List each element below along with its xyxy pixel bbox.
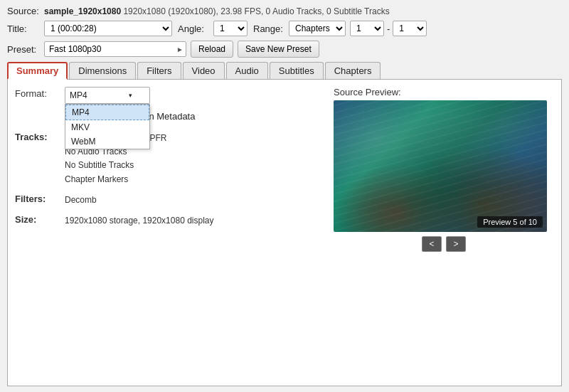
format-row: Format: MP4 ▾ MP4 MKV WebM: [15, 87, 326, 104]
tabs-row: Summary Dimensions Filters Video Audio S…: [7, 62, 562, 80]
source-info: sample_1920x1080 1920x1080 (1920x1080), …: [44, 6, 390, 16]
angle-select[interactable]: 1: [213, 21, 248, 36]
range-to-select[interactable]: 1: [393, 21, 427, 36]
format-option-webm[interactable]: WebM: [65, 134, 149, 149]
filters-label: Filters:: [15, 194, 65, 204]
format-dropdown-menu: MP4 MKV WebM: [65, 104, 150, 149]
right-panel: Source Preview: Preview 5 of 10 < >: [334, 87, 554, 378]
size-label: Size:: [15, 214, 65, 225]
range-label: Range:: [253, 23, 286, 34]
title-select[interactable]: 1 (00:00:28): [44, 21, 172, 36]
preview-next-button[interactable]: >: [446, 236, 466, 252]
tab-subtitles[interactable]: Subtitles: [270, 62, 324, 79]
preview-prev-button[interactable]: <: [422, 236, 442, 252]
filters-row: Filters: Decomb: [15, 194, 326, 207]
preview-image: Preview 5 of 10: [334, 100, 547, 232]
preview-label: Source Preview:: [334, 87, 554, 97]
size-value: 1920x1080 storage, 1920x1080 display: [65, 214, 214, 228]
tab-filters[interactable]: Filters: [137, 62, 181, 79]
tracks-label: Tracks:: [15, 132, 65, 142]
preset-input-wrap: ►: [44, 41, 186, 57]
tracks-row: Tracks: H.264 (x264), 30 FPS PFR No Audi…: [15, 132, 326, 186]
size-values: 1920x1080 storage, 1920x1080 display: [65, 214, 214, 228]
format-select-button[interactable]: MP4 ▾: [65, 87, 150, 104]
range-dash: -: [387, 23, 390, 34]
source-label: Source:: [7, 6, 40, 16]
range-select[interactable]: Chapters: [289, 21, 346, 36]
filters-value: Decomb: [65, 194, 97, 207]
preset-label: Preset:: [7, 44, 40, 55]
tab-summary[interactable]: Summary: [7, 62, 68, 80]
track-3: No Subtitle Tracks: [65, 159, 166, 172]
preview-nav: < >: [334, 236, 554, 252]
format-option-mkv[interactable]: MKV: [65, 120, 149, 134]
source-name: sample_1920x1080: [44, 6, 121, 16]
preset-input[interactable]: [44, 41, 186, 57]
tab-video[interactable]: Video: [183, 62, 225, 79]
tab-chapters[interactable]: Chapters: [325, 62, 381, 79]
title-label: Title:: [7, 23, 40, 34]
preview-badge: Preview 5 of 10: [477, 216, 543, 228]
left-panel: Format: MP4 ▾ MP4 MKV WebM Passthru Com: [15, 87, 334, 378]
info-section: Tracks: H.264 (x264), 30 FPS PFR No Audi…: [15, 132, 326, 228]
filters-values: Decomb: [65, 194, 97, 207]
format-selected-value: MP4: [70, 90, 87, 100]
chevron-down-icon: ▾: [129, 92, 132, 99]
range-from-select[interactable]: 1: [350, 21, 384, 36]
size-row: Size: 1920x1080 storage, 1920x1080 displ…: [15, 214, 326, 228]
track-4: Chapter Markers: [65, 173, 166, 186]
format-label: Format:: [15, 87, 65, 99]
reload-button[interactable]: Reload: [191, 41, 233, 58]
tab-dimensions[interactable]: Dimensions: [69, 62, 136, 79]
format-dropdown-wrap: MP4 ▾ MP4 MKV WebM: [65, 87, 150, 104]
tab-audio[interactable]: Audio: [226, 62, 268, 79]
content-area: Format: MP4 ▾ MP4 MKV WebM Passthru Com: [7, 80, 562, 386]
angle-label: Angle:: [178, 23, 211, 34]
format-option-mp4[interactable]: MP4: [65, 105, 149, 120]
wave-overlay-2: [334, 100, 547, 232]
save-preset-button[interactable]: Save New Preset: [238, 41, 319, 58]
